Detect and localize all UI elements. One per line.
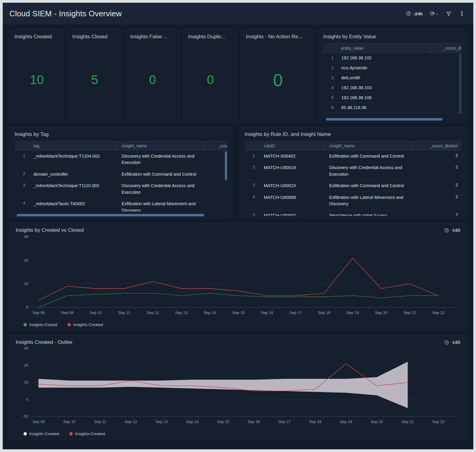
x-tick-label: Sep 21 bbox=[404, 310, 416, 315]
x-tick-label: Sep 08 bbox=[32, 310, 45, 315]
legend-dot bbox=[24, 432, 27, 435]
panel-insights-created-outlier: Insights Created - Outlier -14D -1001020… bbox=[9, 335, 467, 440]
panel-title: Insights by Entity Value bbox=[323, 34, 462, 40]
legend-item[interactable]: Insights-Closed bbox=[24, 322, 57, 327]
x-tick-label: Sep 12 bbox=[125, 419, 137, 424]
x-tick-label: Sep 21 bbox=[401, 419, 414, 424]
x-tick-label: Sep 19 bbox=[340, 419, 352, 424]
y-tick-label: 30 bbox=[24, 346, 28, 350]
horizontal-scrollbar[interactable] bbox=[324, 118, 460, 121]
legend-item[interactable]: Insights-Created bbox=[24, 432, 59, 436]
vertical-scrollbar-thumb[interactable] bbox=[459, 54, 462, 114]
entity-value-cell: 192.168.38.106 bbox=[341, 95, 462, 100]
panel-title: Insights by Tag bbox=[14, 131, 227, 137]
table-row[interactable]: 3deb.smith bbox=[323, 73, 462, 83]
chart-time-range[interactable]: -14D bbox=[444, 228, 460, 233]
tables-row: Insights by Tag tag insight_name _count_… bbox=[9, 127, 467, 218]
filter-icon bbox=[446, 11, 452, 17]
kpi-insights-closed[interactable]: Insights Closed 5 bbox=[67, 29, 122, 123]
panel-insights-by-rule-id: Insights by Rule ID, and Insight Name ru… bbox=[240, 127, 467, 218]
kpi-title: Insights Duplic... bbox=[188, 34, 233, 40]
table-row[interactable]: 1192.168.38.102 bbox=[323, 53, 462, 63]
table-row[interactable]: 2MATCH-U00019Discovery with Credential A… bbox=[245, 162, 462, 180]
tag-cell: _mitreAttackTechnique:T1204.002 bbox=[33, 151, 115, 162]
insight-name-cell: Discovery with Credential Access and Exe… bbox=[323, 162, 412, 180]
x-tick-label: Sep 11 bbox=[118, 310, 130, 315]
chart-legend: Insights-ClosedInsights-Created bbox=[16, 321, 460, 328]
kpi-insights-duplicate[interactable]: Insights Duplic... 0 bbox=[183, 29, 238, 123]
row-index: 2 bbox=[245, 162, 264, 169]
tag-table: tag insight_name _count_d 1_mitreAttackT… bbox=[14, 141, 227, 217]
column-header-rule-id[interactable]: ruleID bbox=[264, 143, 323, 148]
filter-button[interactable] bbox=[446, 11, 452, 17]
outlier-chart: -100102030Sep 09Sep 10Sep 11Sep 12Sep 13… bbox=[16, 345, 460, 430]
x-tick-label: Sep 22 bbox=[432, 419, 444, 424]
table-row[interactable]: 4_mitreAttackTactic:TA0002Exfiltration w… bbox=[14, 198, 227, 212]
kpi-title: Insights Closed bbox=[72, 34, 117, 40]
legend-label: Insights-Closed bbox=[29, 322, 57, 327]
x-tick-label: Sep 13 bbox=[175, 310, 188, 315]
refresh-button[interactable]: ⟳ ⌄ bbox=[430, 11, 439, 17]
table-row[interactable]: 1MATCH-S00402Exfiltration with Command a… bbox=[245, 151, 462, 162]
entity-value-cell: 192.168.38.103 bbox=[341, 85, 462, 90]
column-header-insight-name[interactable]: insight_name bbox=[115, 141, 204, 150]
column-header-count-distinct[interactable]: _count_distinct bbox=[412, 141, 462, 150]
x-tick-label: Sep 12 bbox=[147, 310, 159, 315]
x-tick-label: Sep 19 bbox=[346, 310, 359, 315]
panel-insights-by-entity-value: Insights by Entity Value entity_value _c… bbox=[318, 29, 467, 123]
table-row[interactable]: 665.98.119.36 bbox=[323, 103, 462, 113]
table-header: entity_value _count_disti bbox=[323, 43, 462, 53]
kpi-insights-no-action[interactable]: Insights - No Action Re... 0 bbox=[241, 29, 315, 123]
legend-item[interactable]: Insights-Created bbox=[69, 432, 105, 436]
table-row[interactable]: 1_mitreAttackTechnique:T1204.002Discover… bbox=[14, 151, 227, 169]
table-row[interactable]: 4MATCH-U00008Exfiltration with Lateral M… bbox=[245, 192, 462, 210]
kpi-value: 5 bbox=[91, 73, 98, 87]
x-tick-label: Sep 09 bbox=[32, 419, 45, 424]
y-tick-label: 0 bbox=[26, 305, 28, 309]
vertical-scrollbar-thumb[interactable] bbox=[225, 151, 227, 180]
count-distinct-cell: 2 bbox=[412, 210, 462, 216]
table-row[interactable]: 5192.168.38.106 bbox=[323, 93, 462, 103]
horizontal-scrollbar-thumb[interactable] bbox=[326, 118, 443, 121]
column-header-count[interactable]: _count_d bbox=[204, 141, 227, 150]
column-header-insight-name[interactable]: insight_name bbox=[323, 141, 412, 150]
dashboard-header: Cloud SIEM - Insights Overview -24h ⟳ ⌄ … bbox=[3, 3, 473, 24]
insights-closed-line bbox=[39, 293, 438, 307]
table-row[interactable]: 3_mitreAttackTechnique:T1110.003Discover… bbox=[14, 180, 227, 198]
insight-name-cell: Exfiltration with Command and Control bbox=[115, 169, 204, 180]
x-tick-label: Sep 20 bbox=[375, 310, 387, 315]
table-row[interactable]: 5MATCH-U00002Persistence with Initial Ac… bbox=[245, 210, 462, 216]
table-row[interactable]: 2rico.dynamite bbox=[323, 63, 462, 73]
horizontal-scrollbar[interactable] bbox=[16, 214, 226, 216]
table-row[interactable]: 3MATCH-U00023Exfiltration with Command a… bbox=[245, 180, 462, 192]
column-header-count-distinct[interactable]: _count_disti bbox=[430, 44, 462, 53]
row-index: 2 bbox=[323, 65, 341, 70]
row-index: 1 bbox=[245, 151, 264, 158]
kpi-insights-false[interactable]: Insights False ... 0 bbox=[125, 29, 180, 123]
kpi-insights-created[interactable]: Insights Created 10 bbox=[9, 29, 64, 123]
horizontal-scrollbar-thumb[interactable] bbox=[17, 214, 204, 216]
table-row[interactable]: 2domain_controllerExfiltration with Comm… bbox=[14, 169, 227, 180]
y-tick-label: 20 bbox=[24, 258, 28, 262]
x-tick-label: Sep 14 bbox=[186, 419, 198, 424]
x-tick-label: Sep 13 bbox=[155, 419, 168, 424]
panel-title: Insights by Created vs Closed bbox=[16, 227, 84, 233]
column-header-entity-value[interactable]: entity_value bbox=[323, 46, 430, 51]
row-index: 5 bbox=[245, 210, 264, 216]
chart-time-range[interactable]: -14D bbox=[444, 340, 460, 345]
x-tick-label: Sep 16 bbox=[247, 419, 260, 424]
kebab-menu-button[interactable]: ⋮ bbox=[459, 11, 465, 17]
rule-id-cell: MATCH-S00402 bbox=[264, 151, 323, 162]
legend-dot bbox=[24, 323, 27, 326]
time-range-control[interactable]: -24h bbox=[406, 11, 423, 16]
table-row[interactable]: 4192.168.38.103 bbox=[323, 83, 462, 93]
insight-name-cell: Persistence with Initial Access bbox=[323, 210, 412, 216]
legend-item[interactable]: Insights-Created bbox=[68, 322, 103, 327]
chevron-down-icon: ⌄ bbox=[436, 12, 439, 15]
rule-id-cell: MATCH-U00008 bbox=[264, 192, 323, 203]
y-tick-label: 20 bbox=[24, 363, 28, 368]
clock-icon bbox=[406, 11, 411, 16]
column-header-tag[interactable]: tag bbox=[33, 143, 115, 148]
x-tick-label: Sep 09 bbox=[61, 310, 73, 315]
clock-icon bbox=[444, 228, 449, 233]
